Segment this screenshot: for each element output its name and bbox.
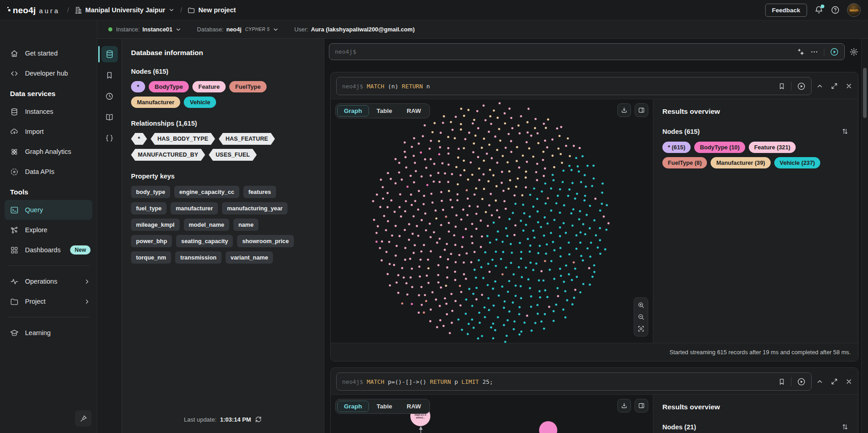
results-label-badge[interactable]: Feature (321): [749, 142, 796, 153]
graph-node[interactable]: [424, 124, 426, 127]
graph-node[interactable]: [535, 263, 538, 265]
graph-node[interactable]: [550, 260, 553, 262]
graph-node[interactable]: [471, 173, 474, 176]
graph-node[interactable]: [545, 127, 547, 129]
graph-node[interactable]: [455, 116, 457, 118]
graph-node[interactable]: [511, 252, 513, 254]
graph-node[interactable]: [553, 249, 555, 251]
graph-node[interactable]: [502, 251, 505, 253]
graph-node[interactable]: [394, 211, 396, 213]
graph-node[interactable]: [520, 220, 522, 222]
graph-node[interactable]: [463, 169, 465, 172]
graph-node[interactable]: [526, 161, 528, 163]
graph-node[interactable]: [403, 276, 405, 279]
graph-node[interactable]: [473, 143, 475, 145]
graph-node[interactable]: [570, 212, 572, 214]
graph-node[interactable]: [496, 162, 499, 164]
graph-node[interactable]: [520, 115, 522, 117]
graph-node[interactable]: [475, 277, 477, 279]
graph-node[interactable]: [544, 216, 546, 219]
graph-node[interactable]: [469, 161, 472, 163]
graph-node[interactable]: [493, 305, 495, 307]
graph-node[interactable]: [593, 219, 595, 222]
graph-node[interactable]: [437, 264, 439, 266]
graph-node[interactable]: [553, 166, 555, 168]
results-label-badge[interactable]: FuelType (8): [662, 157, 707, 168]
graph-node[interactable]: [564, 316, 566, 319]
graph-node[interactable]: [570, 169, 573, 171]
property-key-pill[interactable]: mileage_kmpl: [131, 219, 180, 231]
tab-graph[interactable]: Graph: [337, 105, 369, 117]
graph-node[interactable]: [529, 215, 531, 218]
graph-node[interactable]: [444, 297, 446, 300]
card1-query-box[interactable]: neo4j$ MATCH (n) RETURN n: [336, 77, 812, 95]
graph-node[interactable]: [578, 170, 580, 173]
graph-node[interactable]: [478, 259, 480, 261]
graph-node[interactable]: [498, 295, 500, 297]
reference-tab-button[interactable]: [101, 109, 118, 125]
graph-node[interactable]: [513, 273, 515, 275]
graph-node[interactable]: [520, 285, 522, 287]
graph-node[interactable]: [404, 259, 406, 261]
graph-node[interactable]: [471, 242, 474, 245]
graph-node[interactable]: [483, 173, 485, 176]
editor-settings-button[interactable]: [849, 47, 858, 56]
tab-table[interactable]: Table: [370, 401, 399, 412]
graph-node[interactable]: [381, 260, 383, 262]
graph-node[interactable]: [423, 244, 425, 246]
property-key-pill[interactable]: power_bhp: [131, 235, 172, 247]
graph-node[interactable]: [414, 162, 416, 164]
sidebar-item-dashboards[interactable]: Dashboards New: [0, 240, 97, 260]
graph-node[interactable]: [446, 276, 449, 279]
graph-node[interactable]: [543, 175, 545, 177]
graph-node[interactable]: [522, 229, 525, 232]
graph-node[interactable]: [394, 225, 397, 227]
graph-node[interactable]: [571, 224, 574, 227]
graph-node[interactable]: [519, 132, 521, 135]
graph-node[interactable]: [585, 214, 588, 216]
graph-node[interactable]: [586, 165, 589, 167]
graph-node[interactable]: [475, 187, 477, 189]
graph-node[interactable]: [431, 202, 434, 204]
graph-node[interactable]: [488, 143, 490, 146]
collapse-card-button[interactable]: [816, 378, 823, 385]
graph-node[interactable]: [473, 327, 475, 329]
graph-node[interactable]: [445, 303, 448, 305]
graph-node[interactable]: [437, 281, 439, 284]
graph-node[interactable]: [515, 224, 517, 227]
graph-node[interactable]: [586, 247, 589, 250]
graph-node[interactable]: [393, 264, 395, 266]
graph-node[interactable]: [472, 293, 474, 295]
graph-node[interactable]: [553, 310, 555, 312]
graph-node[interactable]: [540, 226, 542, 228]
graph-node[interactable]: [494, 136, 496, 138]
graph-node[interactable]: [405, 166, 408, 168]
graph-node[interactable]: [411, 268, 413, 270]
node-label-badge[interactable]: *: [131, 81, 145, 92]
graph-node[interactable]: [404, 247, 407, 249]
graph-node[interactable]: [601, 203, 603, 205]
graph-node[interactable]: [568, 253, 570, 255]
graph-node[interactable]: [520, 258, 522, 260]
toggle-results-panel-button[interactable]: [635, 103, 648, 117]
graph-node[interactable]: [439, 238, 441, 240]
graph-node[interactable]: [504, 112, 506, 115]
graph-node[interactable]: [551, 155, 554, 157]
graph-node[interactable]: [575, 248, 578, 250]
graph-node[interactable]: [447, 147, 449, 149]
graph-node[interactable]: [426, 184, 429, 186]
graph-node[interactable]: [520, 251, 522, 253]
graph-node[interactable]: [436, 326, 438, 328]
graph-node[interactable]: [511, 127, 514, 129]
graph-node[interactable]: [501, 285, 504, 288]
graph-node[interactable]: [603, 215, 605, 218]
graph-node[interactable]: [575, 157, 577, 159]
graph-node[interactable]: [505, 147, 507, 149]
graph-node[interactable]: [497, 117, 499, 119]
graph-node[interactable]: [460, 291, 463, 293]
graph-node[interactable]: [529, 245, 531, 247]
graph-node[interactable]: [486, 235, 489, 237]
graph-node[interactable]: [520, 297, 522, 300]
graph-node[interactable]: [467, 109, 469, 111]
graph-node[interactable]: [560, 247, 562, 249]
